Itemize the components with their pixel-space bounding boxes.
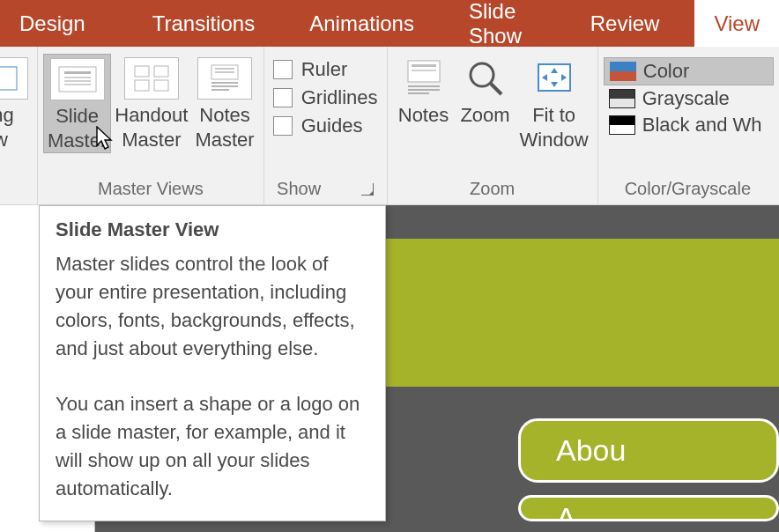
color-swatch-icon <box>610 62 636 81</box>
bw-swatch-icon <box>609 115 635 135</box>
slide-master-tooltip: Slide Master View Master slides control … <box>39 205 386 521</box>
group-color-grayscale: Color Grayscale Black and Wh Color/Grays… <box>598 47 779 204</box>
svg-rect-2 <box>59 67 96 92</box>
ruler-toggle[interactable]: Ruler <box>273 58 378 81</box>
zoom-label: Zoom <box>460 103 509 128</box>
svg-rect-20 <box>408 85 440 87</box>
svg-rect-8 <box>154 66 168 77</box>
svg-rect-3 <box>64 71 91 74</box>
svg-rect-14 <box>211 82 238 84</box>
svg-rect-21 <box>408 89 440 91</box>
magnifier-icon <box>458 57 513 100</box>
svg-rect-13 <box>215 71 234 73</box>
notes-icon <box>397 57 451 100</box>
notes-label: Notes <box>398 103 449 128</box>
handout-master-label: Handout Master <box>115 103 188 151</box>
slide-button-1: Abou <box>518 418 779 483</box>
bw-label: Black and Wh <box>642 114 762 137</box>
tooltip-body: Master slides control the look of your e… <box>56 250 369 503</box>
tab-review[interactable]: Review <box>571 0 679 47</box>
slide-button-2: A <box>518 495 779 521</box>
ribbon-tab-bar: Design Transitions Animations Slide Show… <box>0 0 779 47</box>
svg-rect-15 <box>211 85 238 87</box>
svg-rect-5 <box>64 80 91 82</box>
color-label: Color <box>643 60 690 83</box>
gridlines-label: Gridlines <box>301 86 378 109</box>
notes-master-icon <box>197 57 252 100</box>
reading-view-icon <box>0 57 28 100</box>
svg-rect-10 <box>154 80 168 91</box>
svg-rect-0 <box>0 67 17 90</box>
show-dialog-launcher-icon[interactable] <box>361 183 374 196</box>
reading-view-label: ing w <box>0 103 14 151</box>
tab-transitions[interactable]: Transitions <box>133 0 274 47</box>
handout-master-icon <box>124 57 179 100</box>
black-white-mode-button[interactable]: Black and Wh <box>604 112 774 138</box>
group-master-views: Slide Master Handout Master Notes M <box>38 47 264 204</box>
grayscale-label: Grayscale <box>642 87 730 110</box>
svg-rect-16 <box>211 89 229 91</box>
svg-rect-4 <box>64 77 91 78</box>
ribbon: ing w Slide Master <box>0 47 779 205</box>
group-notes-zoom: Notes Zoom Fit to Window Zoom <box>388 47 598 204</box>
group-label-show: Show <box>277 179 321 199</box>
checkbox-icon <box>273 60 293 79</box>
fit-to-window-button[interactable]: Fit to Window <box>516 54 592 151</box>
handout-master-button[interactable]: Handout Master <box>111 54 191 151</box>
notes-button[interactable]: Notes <box>393 54 455 128</box>
color-mode-button[interactable]: Color <box>604 57 774 85</box>
svg-rect-18 <box>412 64 436 67</box>
group-show: Ruler Gridlines Guides Show <box>264 47 388 204</box>
svg-line-24 <box>491 84 501 94</box>
tooltip-title: Slide Master View <box>56 218 369 241</box>
notes-master-label: Notes Master <box>195 103 254 151</box>
ruler-label: Ruler <box>301 58 348 81</box>
svg-rect-22 <box>408 92 429 94</box>
checkbox-icon <box>273 116 293 136</box>
fit-to-window-icon <box>527 57 582 100</box>
svg-rect-19 <box>412 70 436 71</box>
group-label-master-views: Master Views <box>43 179 258 203</box>
tab-design[interactable]: Design <box>0 0 105 47</box>
group-label-color-grayscale: Color/Grayscale <box>604 179 774 203</box>
tab-slide-show[interactable]: Slide Show <box>449 0 555 47</box>
tab-animations[interactable]: Animations <box>290 0 434 47</box>
grayscale-mode-button[interactable]: Grayscale <box>604 85 774 112</box>
svg-rect-7 <box>135 66 149 77</box>
svg-rect-9 <box>135 80 149 91</box>
zoom-button[interactable]: Zoom <box>455 54 516 128</box>
slide-master-button[interactable]: Slide Master <box>43 54 111 153</box>
checkbox-icon <box>273 88 293 107</box>
reading-view-button[interactable]: ing w <box>0 54 32 151</box>
tab-view[interactable]: View <box>694 0 779 47</box>
fit-to-window-label: Fit to Window <box>520 103 589 151</box>
gridlines-toggle[interactable]: Gridlines <box>273 86 378 109</box>
svg-point-23 <box>471 63 493 86</box>
slide-master-label: Slide Master <box>48 104 107 152</box>
guides-label: Guides <box>301 115 363 137</box>
slide-master-icon <box>50 58 105 100</box>
notes-master-button[interactable]: Notes Master <box>191 54 257 151</box>
svg-rect-12 <box>215 68 234 70</box>
svg-rect-6 <box>64 84 91 85</box>
grayscale-swatch-icon <box>609 89 635 108</box>
group-label-zoom: Zoom <box>393 179 592 203</box>
guides-toggle[interactable]: Guides <box>273 115 378 137</box>
